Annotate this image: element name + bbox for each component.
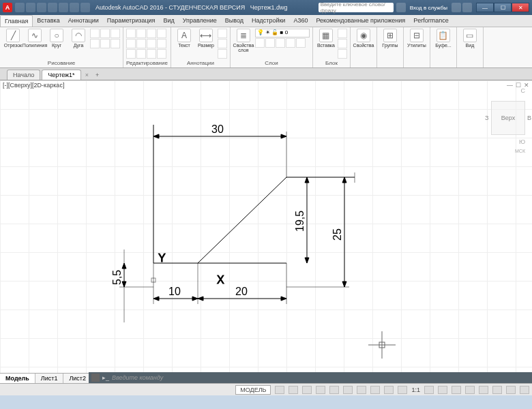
tab-manage[interactable]: Управление	[179, 15, 221, 27]
layout-sheet2[interactable]: Лист2	[63, 374, 92, 383]
new-tab-button[interactable]: +	[91, 70, 103, 80]
status-lwt-icon[interactable]	[357, 386, 366, 394]
status-qprops-icon[interactable]	[465, 386, 475, 394]
status-clean-icon[interactable]	[506, 386, 516, 394]
signin-icon[interactable]	[396, 3, 406, 12]
dimension-button[interactable]: ⟷Размер	[196, 29, 216, 48]
erase-icon[interactable]	[157, 29, 166, 38]
app-logo[interactable]: A	[3, 3, 12, 12]
line-button[interactable]: ╱Отрезок	[3, 29, 23, 48]
status-units-icon[interactable]	[452, 386, 461, 394]
drawing-canvas[interactable]: [-][Сверху][2D-каркас] — ☐ ✕ С З Верх В …	[0, 80, 532, 383]
maximize-button[interactable]: ☐	[494, 3, 512, 12]
tab-view[interactable]: Вид	[159, 15, 178, 27]
tab-annotate[interactable]: Аннотации	[64, 15, 103, 27]
status-grid-icon[interactable]	[275, 386, 284, 394]
stretch-icon[interactable]	[126, 49, 136, 59]
close-button[interactable]: ✕	[512, 3, 529, 12]
tab-a360[interactable]: A360	[289, 15, 312, 27]
utilities-button[interactable]: ⊟Утилиты	[407, 29, 427, 48]
qat-plot-icon[interactable]	[59, 3, 68, 12]
status-ortho-icon[interactable]	[302, 386, 312, 394]
arc-button[interactable]: ◠Дуга	[68, 29, 89, 48]
status-osnap-icon[interactable]	[329, 386, 339, 394]
layout-model[interactable]: Модель	[0, 374, 35, 383]
layer-dropdown[interactable]: 💡 ☀ 🔓 ■ 0	[255, 29, 310, 37]
rect-icon[interactable]	[90, 29, 100, 38]
status-hardware-icon[interactable]	[492, 386, 502, 394]
doc-tab-active[interactable]: Чертеж1*	[42, 70, 80, 80]
scale-icon[interactable]	[136, 49, 146, 59]
edit-block-icon[interactable]	[338, 39, 347, 48]
mirror-icon[interactable]	[136, 39, 146, 48]
signin-label[interactable]: Вход в службы	[407, 5, 450, 11]
copy-icon[interactable]	[126, 39, 136, 48]
status-transparency-icon[interactable]	[370, 386, 380, 394]
view-button[interactable]: ▭Вид	[460, 29, 480, 48]
help-icon[interactable]	[462, 3, 472, 12]
insert-block-button[interactable]: ▦Вставка	[316, 29, 336, 48]
status-isolate-icon[interactable]	[479, 386, 488, 394]
fillet-icon[interactable]	[147, 39, 156, 48]
create-block-icon[interactable]	[338, 29, 347, 38]
table-icon[interactable]	[218, 39, 227, 48]
layer-match-icon[interactable]	[286, 38, 295, 48]
qat-redo-icon[interactable]	[80, 3, 90, 12]
point-icon[interactable]	[100, 39, 110, 48]
region-icon[interactable]	[110, 39, 120, 48]
tab-parametric[interactable]: Параметризация	[103, 15, 160, 27]
layer-lock-icon[interactable]	[276, 38, 285, 48]
status-polar-icon[interactable]	[316, 386, 325, 394]
tab-home[interactable]: Главная	[0, 15, 33, 27]
trim-icon[interactable]	[147, 29, 156, 38]
status-model-button[interactable]: МОДЕЛЬ	[235, 385, 271, 395]
mtext-icon[interactable]	[218, 49, 227, 59]
tab-addins[interactable]: Надстройки	[248, 15, 289, 27]
circle-button[interactable]: ○Круг	[46, 29, 67, 48]
close-tab-icon[interactable]: ×	[83, 70, 91, 80]
tab-insert[interactable]: Вставка	[33, 15, 63, 27]
status-custom-icon[interactable]	[520, 386, 529, 394]
ellipse-icon[interactable]	[110, 29, 120, 38]
qat-new-icon[interactable]	[15, 3, 25, 12]
command-line[interactable]: ▸_ Введите команду	[89, 372, 532, 383]
tab-featured[interactable]: Рекомендованные приложения	[312, 15, 409, 27]
qat-save-icon[interactable]	[37, 3, 46, 12]
groups-button[interactable]: ⊞Группы	[380, 29, 400, 48]
layout-sheet1[interactable]: Лист1	[35, 374, 64, 383]
tab-performance[interactable]: Performance	[409, 15, 453, 27]
text-button[interactable]: AТекст	[174, 29, 194, 48]
status-annomon-icon[interactable]	[438, 386, 447, 394]
status-workspace-icon[interactable]	[424, 386, 434, 394]
explode-icon[interactable]	[157, 39, 166, 48]
clipboard-button[interactable]: 📋Буфе...	[433, 29, 454, 48]
cmd-close-icon[interactable]	[91, 374, 100, 382]
hatch-icon[interactable]	[100, 29, 110, 38]
polyline-button[interactable]: ∿Полилиния	[25, 29, 45, 48]
status-cycling-icon[interactable]	[384, 386, 394, 394]
attr-icon[interactable]	[338, 49, 347, 59]
exchange-icon[interactable]	[452, 3, 461, 12]
qat-saveas-icon[interactable]	[48, 3, 57, 12]
layer-freeze-icon[interactable]	[265, 38, 275, 48]
move-icon[interactable]	[126, 29, 136, 38]
qat-open-icon[interactable]	[26, 3, 35, 12]
array-icon[interactable]	[147, 49, 156, 59]
status-snap-icon[interactable]	[289, 386, 298, 394]
layer-off-icon[interactable]	[255, 38, 265, 48]
rotate-icon[interactable]	[136, 29, 146, 38]
offset-icon[interactable]	[157, 49, 166, 59]
leader-icon[interactable]	[218, 29, 227, 38]
status-scale[interactable]: 1:1	[411, 387, 420, 393]
help-search-input[interactable]: Введите ключевое слово/фразу	[319, 3, 394, 12]
doc-tab-start[interactable]: Начало	[7, 70, 40, 80]
qat-undo-icon[interactable]	[70, 3, 79, 12]
spline-icon[interactable]	[90, 39, 100, 48]
status-annoscale-icon[interactable]	[398, 386, 407, 394]
status-otrack-icon[interactable]	[343, 386, 353, 394]
minimize-button[interactable]: —	[476, 3, 494, 12]
properties-button[interactable]: ◉Свойства	[353, 29, 374, 48]
layer-prev-icon[interactable]	[296, 38, 306, 48]
tab-output[interactable]: Вывод	[221, 15, 248, 27]
layer-props-button[interactable]: ≣Свойства слоя	[233, 29, 254, 52]
